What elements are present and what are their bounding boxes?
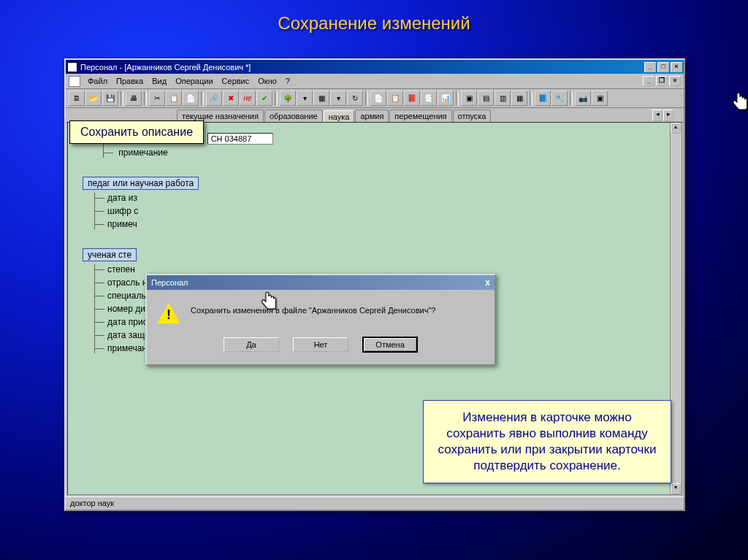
tree-item-code: шифр с: [107, 206, 138, 216]
tool-doc1-icon[interactable]: 📄: [370, 91, 386, 106]
system-menu-icon[interactable]: [69, 76, 80, 87]
maximize-button[interactable]: □: [657, 62, 669, 72]
menu-operations[interactable]: Операции: [171, 75, 217, 87]
tool-check-icon[interactable]: ✔: [256, 91, 272, 106]
tool-b-icon[interactable]: ▤: [478, 91, 494, 106]
save-dialog: Персонал х Сохранить изменения в файле "…: [145, 274, 496, 366]
tree-item-degree: степен: [107, 264, 135, 275]
tool-e-icon[interactable]: 📘: [535, 91, 551, 106]
dialog-yes-button[interactable]: Да: [224, 337, 279, 352]
tab-scroll-right[interactable]: ▸: [663, 110, 673, 121]
input-cert-number[interactable]: CH 034887: [207, 133, 273, 145]
mdi-close-button[interactable]: ×: [669, 76, 681, 86]
tab-army[interactable]: армия: [355, 110, 389, 122]
tab-science[interactable]: наука: [324, 110, 355, 123]
app-icon: [67, 62, 77, 72]
tool-form-icon[interactable]: 📑: [421, 91, 437, 106]
titlebar: Персонал - [Аржанников Сергей Денисович …: [66, 60, 684, 74]
warning-icon: [157, 303, 180, 323]
menu-file[interactable]: Файл: [83, 75, 112, 87]
menubar: Файл Правка Вид Операции Сервис Окно ? _…: [66, 74, 684, 89]
content-area: ▴ ▾ нии ученого звания CH 034887 примеча…: [67, 122, 682, 495]
menu-window[interactable]: Окно: [253, 75, 281, 87]
tool-paste-icon[interactable]: 📄: [183, 91, 199, 106]
tool-c-icon[interactable]: ▥: [495, 91, 511, 106]
menu-edit[interactable]: Правка: [112, 75, 148, 87]
tool-f-icon[interactable]: 🔧: [552, 91, 568, 106]
menu-help[interactable]: ?: [281, 75, 294, 87]
tree-heading-degree[interactable]: ученая сте: [83, 248, 137, 261]
tool-camera-icon[interactable]: 📷: [575, 91, 591, 106]
scroll-down-icon[interactable]: ▾: [671, 483, 681, 494]
tab-moves[interactable]: перемещения: [389, 110, 451, 122]
tab-education[interactable]: образование: [264, 110, 323, 122]
close-button[interactable]: ×: [671, 62, 682, 72]
dialog-close-button[interactable]: х: [485, 277, 490, 288]
dialog-message: Сохранить изменения в файле "Аржанников …: [191, 303, 435, 315]
tool-refresh-icon[interactable]: ↻: [347, 91, 363, 106]
tool-print-icon[interactable]: 🖶: [126, 91, 142, 106]
statusbar: доктор наук: [66, 496, 684, 510]
tool-delete-icon[interactable]: ✖: [223, 91, 239, 106]
tool-flag-icon[interactable]: не: [240, 91, 256, 106]
tree-label-note-1: примечание: [118, 147, 167, 158]
mdi-restore-button[interactable]: ❐: [656, 76, 668, 86]
window-title: Персонал - [Аржанников Сергей Денисович …: [80, 63, 644, 72]
tool-d-icon[interactable]: ▦: [511, 91, 527, 106]
scroll-up-icon[interactable]: ▴: [671, 123, 681, 134]
dialog-titlebar: Персонал х: [147, 275, 495, 290]
dialog-title: Персонал: [151, 278, 188, 287]
menu-service[interactable]: Сервис: [218, 75, 254, 87]
tab-vacations[interactable]: отпуска: [453, 110, 492, 122]
tool-save-icon[interactable]: 💾: [102, 91, 118, 106]
tool-grid-icon[interactable]: ▦: [313, 91, 329, 106]
dialog-no-button[interactable]: Нет: [293, 337, 348, 352]
tool-doc2-icon[interactable]: 📋: [387, 91, 403, 106]
tab-scroll-left[interactable]: ◂: [652, 110, 663, 121]
tree-item-date-from: дата из: [107, 193, 137, 203]
minimize-button[interactable]: _: [644, 62, 656, 72]
callout-save-description: Сохранить описание: [69, 120, 204, 144]
dialog-cancel-button[interactable]: Отмена: [362, 337, 418, 353]
slide-title: Сохранение изменений: [0, 0, 748, 34]
tool-grid-drop-icon[interactable]: ▾: [330, 91, 346, 106]
tool-book-icon[interactable]: 📕: [404, 91, 420, 106]
tool-new-icon[interactable]: 🗎: [69, 91, 85, 106]
vertical-scrollbar[interactable]: ▴ ▾: [670, 123, 682, 494]
toolbar: 🗎 📂 💾 🖶 ✂ 📋 📄 🔗 ✖ не ✔ 🌳 ▾ ▦ ▾ ↻ 📄 📋 📕 📑…: [66, 89, 684, 108]
tool-tree-drop-icon[interactable]: ▾: [297, 91, 313, 106]
tree-item-note-2: примеч: [107, 219, 137, 229]
tool-link-icon[interactable]: 🔗: [206, 91, 222, 106]
mdi-minimize-button[interactable]: _: [643, 76, 654, 86]
tool-last-icon[interactable]: ▣: [592, 91, 608, 106]
cursor-hand-icon: [730, 91, 748, 115]
tool-open-icon[interactable]: 📂: [85, 91, 102, 106]
tree-heading-pedwork[interactable]: педаг или научная работа: [83, 177, 199, 190]
info-annotation: Изменения в карточке можно сохранить явн…: [423, 400, 671, 483]
tool-chart-icon[interactable]: 📊: [438, 91, 454, 106]
tool-cut-icon[interactable]: ✂: [149, 91, 165, 106]
tool-copy-icon[interactable]: 📋: [166, 91, 182, 106]
tool-a-icon[interactable]: ▣: [461, 91, 477, 106]
tool-tree-icon[interactable]: 🌳: [280, 91, 296, 106]
menu-view[interactable]: Вид: [148, 75, 171, 87]
